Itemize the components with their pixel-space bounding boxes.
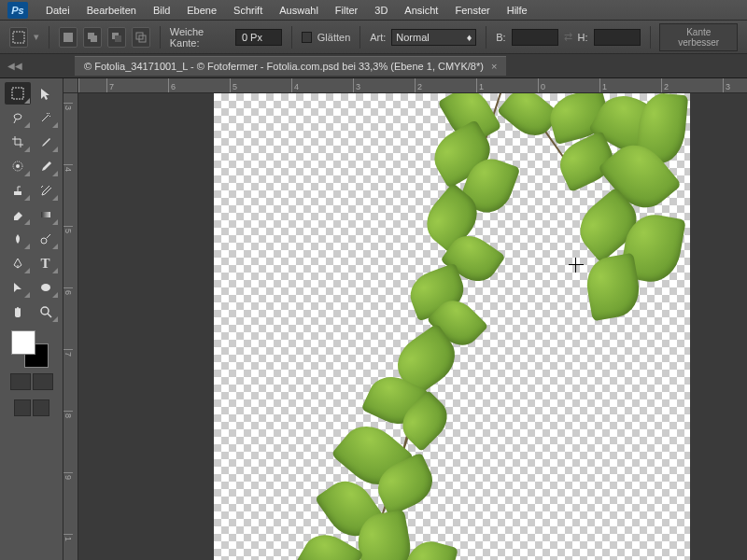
crosshair-cursor xyxy=(569,258,584,273)
blur-tool[interactable] xyxy=(5,228,31,250)
menu-help[interactable]: Hilfe xyxy=(499,5,536,16)
ruler-origin[interactable] xyxy=(63,78,78,93)
crop-tool[interactable] xyxy=(5,131,31,153)
foreground-color[interactable] xyxy=(11,330,35,355)
width-input[interactable] xyxy=(512,29,558,46)
app-logo: Ps xyxy=(7,2,28,19)
hand-tool[interactable] xyxy=(5,301,31,323)
screen-mode-icon[interactable] xyxy=(14,399,31,416)
screen-mode-button[interactable] xyxy=(33,373,53,390)
ruler-h-tick: 5 xyxy=(230,78,291,92)
menu-edit[interactable]: Bearbeiten xyxy=(78,5,145,16)
style-select[interactable]: Normal♦ xyxy=(391,29,476,46)
ruler-v-tick: 8 xyxy=(63,411,73,472)
workspace: 7 6 5 4 3 2 1 0 1 2 3 3 4 5 6 7 8 9 1 xyxy=(63,78,747,560)
svg-rect-1 xyxy=(63,33,73,42)
pen-tool[interactable] xyxy=(5,252,31,274)
dodge-tool[interactable] xyxy=(33,228,59,250)
lasso-tool[interactable] xyxy=(5,106,31,129)
svg-point-10 xyxy=(16,164,20,168)
menu-type[interactable]: Schrift xyxy=(225,5,271,16)
selection-new-icon[interactable] xyxy=(59,27,78,48)
menu-select[interactable]: Auswahl xyxy=(271,5,327,16)
refine-edge-button[interactable]: Kante verbesser xyxy=(659,23,738,51)
menu-filter[interactable]: Filter xyxy=(327,5,366,16)
options-bar: ▾ Weiche Kante: Glätten Art: Normal♦ B: … xyxy=(0,21,747,54)
eyedropper-tool[interactable] xyxy=(33,131,59,153)
menu-file[interactable]: Datei xyxy=(37,5,78,16)
svg-rect-12 xyxy=(41,212,50,217)
ruler-h-tick: 0 xyxy=(538,78,599,92)
history-brush-tool[interactable] xyxy=(33,179,59,202)
ruler-h-tick: 7 xyxy=(106,78,168,92)
svg-rect-11 xyxy=(14,191,21,195)
ruler-h-tick: 3 xyxy=(723,78,747,92)
type-tool[interactable]: T xyxy=(33,252,59,274)
antialias-checkbox[interactable] xyxy=(302,32,312,43)
ruler-v-tick: 3 xyxy=(63,103,73,164)
style-label: Art: xyxy=(370,32,386,43)
ruler-h-tick: 2 xyxy=(661,78,723,92)
svg-rect-8 xyxy=(12,88,23,99)
magic-wand-tool[interactable] xyxy=(33,106,59,129)
marquee-tool-icon[interactable] xyxy=(9,27,28,48)
menu-3d[interactable]: 3D xyxy=(366,5,396,16)
horizontal-ruler[interactable]: 7 6 5 4 3 2 1 0 1 2 3 xyxy=(78,78,747,93)
menu-window[interactable]: Fenster xyxy=(446,5,498,16)
quick-mask-button[interactable] xyxy=(10,373,31,390)
ruler-h-tick: 1 xyxy=(476,78,538,92)
gradient-tool[interactable] xyxy=(33,203,59,226)
ruler-v-tick: 6 xyxy=(63,287,73,349)
ruler-v-tick: 5 xyxy=(63,226,73,287)
healing-brush-tool[interactable] xyxy=(5,155,31,177)
svg-rect-0 xyxy=(13,32,24,43)
vertical-ruler[interactable]: 3 4 5 6 7 8 9 1 xyxy=(63,93,78,560)
height-label: H: xyxy=(578,32,588,43)
path-selection-tool[interactable] xyxy=(5,276,31,299)
swap-icon[interactable]: ⇄ xyxy=(564,31,572,43)
color-swatches[interactable] xyxy=(11,330,49,368)
ruler-h-tick: 3 xyxy=(353,78,415,92)
document-canvas[interactable] xyxy=(214,93,690,560)
ruler-h-tick: 1 xyxy=(599,78,661,92)
tab-close-icon[interactable]: × xyxy=(491,61,497,72)
menu-layer[interactable]: Ebene xyxy=(178,5,225,16)
clone-stamp-tool[interactable] xyxy=(5,179,31,202)
move-tool[interactable] xyxy=(33,82,59,105)
feather-input[interactable] xyxy=(235,29,282,46)
tools-panel: T xyxy=(0,78,63,560)
width-label: B: xyxy=(496,32,505,43)
ruler-h-tick: 4 xyxy=(291,78,353,92)
feather-label: Weiche Kante: xyxy=(170,26,230,49)
shape-tool[interactable] xyxy=(33,276,59,299)
marquee-tool[interactable] xyxy=(5,82,31,105)
ruler-v-tick: 1 xyxy=(63,534,73,560)
menu-bar: Ps Datei Bearbeiten Bild Ebene Schrift A… xyxy=(0,0,747,21)
antialias-label: Glätten xyxy=(317,32,350,43)
svg-point-13 xyxy=(41,238,47,244)
canvas-viewport[interactable] xyxy=(78,93,747,560)
selection-add-icon[interactable] xyxy=(83,27,102,48)
leaf xyxy=(583,253,643,322)
selection-intersect-icon[interactable] xyxy=(132,27,150,48)
eraser-tool[interactable] xyxy=(5,203,31,226)
menu-view[interactable]: Ansicht xyxy=(396,5,446,16)
document-tab-title: © Fotolia_34171001_L - © Fotofermer - Fo… xyxy=(84,61,484,72)
brush-tool[interactable] xyxy=(33,155,59,177)
svg-point-15 xyxy=(41,307,49,315)
svg-point-14 xyxy=(41,284,50,291)
selection-subtract-icon[interactable] xyxy=(107,27,126,48)
svg-rect-3 xyxy=(91,35,97,42)
document-tab[interactable]: © Fotolia_34171001_L - © Fotofermer - Fo… xyxy=(75,56,506,76)
document-tabs: ◀◀ © Fotolia_34171001_L - © Fotofermer -… xyxy=(0,54,747,78)
menu-image[interactable]: Bild xyxy=(145,5,178,16)
extra-tool-icon[interactable] xyxy=(33,399,49,416)
ruler-h-tick: 2 xyxy=(415,78,476,92)
height-input[interactable] xyxy=(594,29,641,46)
zoom-tool[interactable] xyxy=(33,301,59,323)
ruler-v-tick: 4 xyxy=(63,164,73,226)
ruler-h-tick: 6 xyxy=(168,78,230,92)
svg-rect-5 xyxy=(115,35,121,42)
ruler-v-tick: 9 xyxy=(63,472,73,534)
collapse-icon[interactable]: ◀◀ xyxy=(7,61,22,71)
